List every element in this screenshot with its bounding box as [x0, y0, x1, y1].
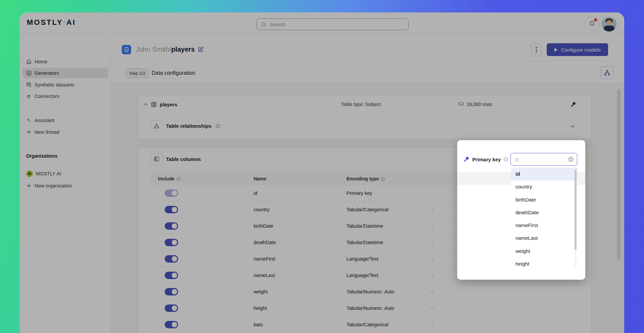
primary-key-option[interactable]: height	[511, 258, 577, 270]
options-scrollbar-thumb[interactable]	[575, 169, 577, 250]
primary-key-info-icon[interactable]	[503, 157, 508, 162]
primary-key-option[interactable]: id	[511, 168, 577, 180]
primary-key-option[interactable]: country	[511, 180, 577, 193]
primary-key-label: Primary key	[472, 157, 501, 162]
primary-key-input[interactable]	[515, 157, 568, 162]
primary-key-labelrow: Primary key	[463, 153, 508, 166]
clear-icon[interactable]: ×	[568, 157, 574, 162]
primary-key-option[interactable]: nameLast	[511, 232, 577, 244]
primary-key-options-list: id country birthDate deathDate nameFirst…	[511, 168, 577, 271]
primary-key-select[interactable]: ×	[511, 153, 577, 166]
primary-key-option[interactable]: deathDate	[511, 206, 577, 219]
primary-key-option[interactable]: weight	[511, 245, 577, 258]
page-background: MOSTLY·AI	[0, 0, 644, 333]
primary-key-option[interactable]: birthDate	[511, 193, 577, 206]
key-icon	[463, 156, 470, 163]
primary-key-option[interactable]: nameFirst	[511, 219, 577, 232]
primary-key-popover: Primary key × id country birthDate death…	[457, 140, 585, 280]
